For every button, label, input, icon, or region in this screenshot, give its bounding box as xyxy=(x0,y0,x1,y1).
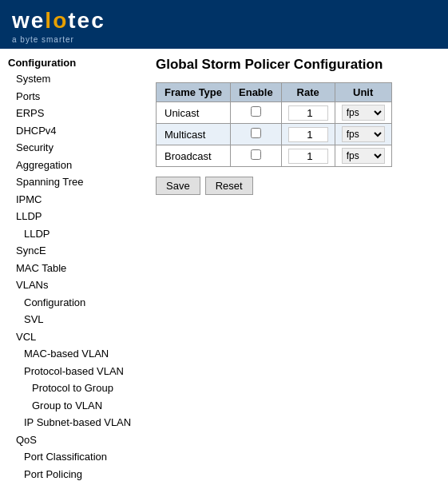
table-row: Broadcast fps kbps mbps xyxy=(157,145,392,167)
enable-multicast-cell xyxy=(231,124,282,145)
sidebar-item-dhcpv4[interactable]: DHCPv4 xyxy=(8,122,144,140)
sidebar-item-port-classification[interactable]: Port Classification xyxy=(8,448,144,466)
sidebar-item-port-policing[interactable]: Port Policing xyxy=(8,466,144,483)
logo-we: we xyxy=(12,8,45,33)
sidebar-item-qos[interactable]: QoS xyxy=(8,431,144,449)
table-row: Unicast fps kbps mbps xyxy=(157,102,392,124)
sidebar-item-vlans[interactable]: VLANs xyxy=(8,276,144,294)
page-title: Global Storm Policer Configuration xyxy=(156,57,436,73)
button-row: Save Reset xyxy=(156,177,436,195)
col-header-frame-type: Frame Type xyxy=(157,83,231,102)
unit-broadcast-select[interactable]: fps kbps mbps xyxy=(342,148,385,164)
sidebar-item-ip-subnet-vlan[interactable]: IP Subnet-based VLAN xyxy=(8,414,144,431)
col-header-unit: Unit xyxy=(335,83,391,102)
col-header-rate: Rate xyxy=(281,83,335,102)
sidebar-item-aggregation[interactable]: Aggregation xyxy=(8,157,144,174)
sidebar-item-group-to-vlan[interactable]: Group to VLAN xyxy=(8,397,144,415)
enable-broadcast-checkbox[interactable] xyxy=(251,149,261,160)
sidebar-item-lldp[interactable]: LLDP xyxy=(8,208,144,225)
header: welotec a byte smarter xyxy=(0,0,448,49)
sidebar-item-mac-vlan[interactable]: MAC-based VLAN xyxy=(8,345,144,363)
sidebar: Configuration System Ports ERPS DHCPv4 S… xyxy=(0,57,148,485)
unit-multicast-cell: fps kbps mbps xyxy=(335,124,391,145)
col-header-enable: Enable xyxy=(231,83,282,102)
sidebar-item-ipmc[interactable]: IPMC xyxy=(8,191,144,209)
sidebar-item-vlans-configuration[interactable]: Configuration xyxy=(8,294,144,312)
logo-lo: lo xyxy=(45,8,68,33)
storm-policer-table: Frame Type Enable Rate Unit Unicast xyxy=(156,82,392,167)
unit-multicast-select[interactable]: fps kbps mbps xyxy=(342,126,385,142)
table-row: Multicast fps kbps mbps xyxy=(157,124,392,145)
logo-tec: tec xyxy=(68,8,105,33)
save-button[interactable]: Save xyxy=(156,177,200,195)
sidebar-item-mac-table[interactable]: MAC Table xyxy=(8,260,144,277)
rate-broadcast-input[interactable] xyxy=(288,149,328,164)
main-content: Global Storm Policer Configuration Frame… xyxy=(148,57,448,485)
sidebar-item-protocol-vlan[interactable]: Protocol-based VLAN xyxy=(8,363,144,380)
sidebar-item-erps[interactable]: ERPS xyxy=(8,105,144,122)
unit-broadcast-cell: fps kbps mbps xyxy=(335,145,391,167)
sidebar-item-protocol-to-group[interactable]: Protocol to Group xyxy=(8,380,144,397)
nav-group-configuration: Configuration xyxy=(8,57,144,69)
sidebar-item-ports[interactable]: Ports xyxy=(8,88,144,105)
sidebar-item-lldp-sub[interactable]: LLDP xyxy=(8,225,144,243)
sidebar-item-vcl[interactable]: VCL xyxy=(8,328,144,346)
unit-unicast-cell: fps kbps mbps xyxy=(335,102,391,124)
reset-button[interactable]: Reset xyxy=(205,177,253,195)
sidebar-item-security[interactable]: Security xyxy=(8,139,144,157)
rate-unicast-input[interactable] xyxy=(288,105,328,121)
unit-unicast-select[interactable]: fps kbps mbps xyxy=(342,105,385,121)
enable-unicast-checkbox[interactable] xyxy=(251,106,261,117)
sidebar-item-svl[interactable]: SVL xyxy=(8,311,144,328)
frame-type-broadcast: Broadcast xyxy=(157,145,231,167)
sidebar-item-synce[interactable]: SyncE xyxy=(8,242,144,260)
rate-multicast-cell xyxy=(281,124,335,145)
layout: Configuration System Ports ERPS DHCPv4 S… xyxy=(0,49,448,485)
enable-unicast-cell xyxy=(231,102,282,124)
logo: welotec xyxy=(12,8,436,34)
rate-unicast-cell xyxy=(281,102,335,124)
sidebar-item-spanning-tree[interactable]: Spanning Tree xyxy=(8,173,144,191)
frame-type-unicast: Unicast xyxy=(157,102,231,124)
frame-type-multicast: Multicast xyxy=(157,124,231,145)
tagline: a byte smarter xyxy=(12,35,436,44)
sidebar-item-system[interactable]: System xyxy=(8,70,144,88)
enable-multicast-checkbox[interactable] xyxy=(251,128,261,138)
rate-broadcast-cell xyxy=(281,145,335,167)
enable-broadcast-cell xyxy=(231,145,282,167)
rate-multicast-input[interactable] xyxy=(288,127,328,142)
